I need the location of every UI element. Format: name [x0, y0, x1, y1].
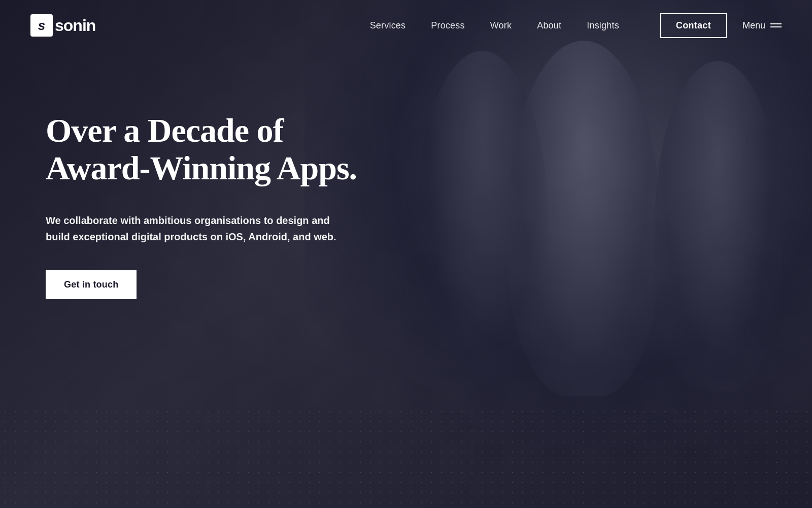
nav-item-about[interactable]: About: [537, 20, 561, 31]
hamburger-icon: [770, 23, 782, 27]
nav-links: Services Process Work About Insights: [370, 20, 619, 31]
nav-link-insights[interactable]: Insights: [587, 20, 619, 30]
cta-button[interactable]: Get in touch: [46, 270, 137, 299]
menu-button[interactable]: Menu: [742, 20, 782, 31]
figure-right: [655, 61, 782, 391]
hero-content: Over a Decade of Award-Winning Apps. We …: [46, 112, 391, 299]
hero-title: Over a Decade of Award-Winning Apps.: [46, 112, 391, 187]
figure-center: [507, 41, 660, 396]
nav-link-process[interactable]: Process: [431, 20, 464, 30]
main-nav: sonin Services Process Work About Insigh…: [0, 0, 812, 51]
nav-link-about[interactable]: About: [537, 20, 561, 30]
nav-right: Contact Menu: [660, 13, 782, 38]
logo-text: sonin: [55, 16, 95, 35]
nav-item-process[interactable]: Process: [431, 20, 464, 31]
nav-item-services[interactable]: Services: [370, 20, 406, 31]
logo[interactable]: sonin: [30, 14, 95, 37]
logo-icon: [30, 14, 53, 37]
nav-link-services[interactable]: Services: [370, 20, 406, 30]
dot-pattern-decoration: [0, 406, 812, 508]
hero-subtitle: We collaborate with ambitious organisati…: [46, 212, 350, 245]
menu-line-1: [770, 23, 782, 24]
nav-item-insights[interactable]: Insights: [587, 20, 619, 31]
nav-item-work[interactable]: Work: [490, 20, 512, 31]
menu-line-2: [770, 26, 782, 27]
contact-button[interactable]: Contact: [660, 13, 727, 38]
menu-label: Menu: [742, 20, 765, 31]
nav-link-work[interactable]: Work: [490, 20, 512, 30]
hero-section: sonin Services Process Work About Insigh…: [0, 0, 812, 508]
